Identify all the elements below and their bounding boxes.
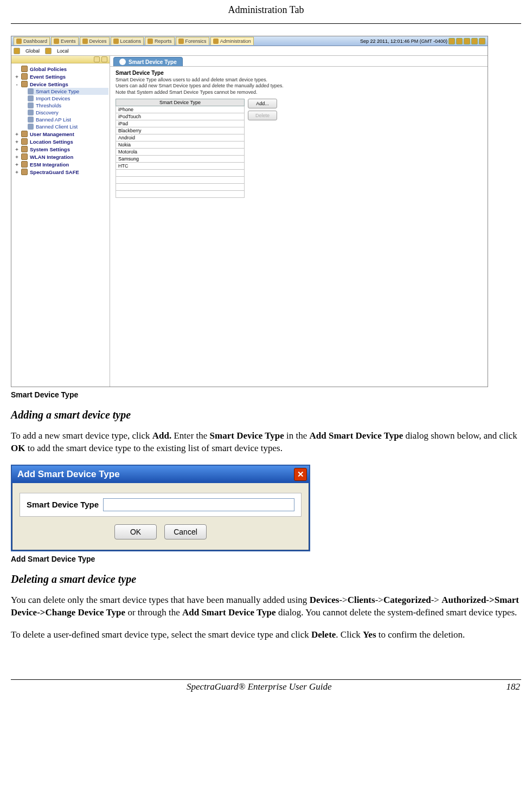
toolbar-icon-3[interactable]	[464, 38, 470, 44]
nav-device-settings-label: Device Settings	[30, 81, 68, 87]
nav-spectraguard-safe-label: SpectraGuard SAFE	[30, 169, 79, 175]
policies-icon	[21, 66, 28, 72]
nav-thresholds[interactable]: Thresholds	[28, 102, 108, 109]
cell-blackberry: Blackberry	[116, 127, 245, 134]
nav-location-settings[interactable]: +Location Settings	[12, 138, 108, 145]
add-dialog-screenshot: Add Smart Device Type ✕ Smart Device Typ…	[11, 465, 310, 551]
administration-icon	[213, 38, 219, 44]
table-row[interactable]: Nokia	[116, 141, 245, 148]
tab-reports[interactable]: Reports	[145, 37, 175, 45]
app-screenshot: Dashboard Events Devices Locations Repor…	[11, 36, 488, 387]
cell-ipodtouch: iPodTouch	[116, 113, 245, 120]
nav-event-settings-label: Event Settings	[30, 74, 66, 80]
cell-android: Android	[116, 134, 245, 141]
table-row[interactable]: HTC	[116, 162, 245, 169]
nav-banned-client-list[interactable]: Banned Client List	[28, 123, 108, 130]
para-bold: Devices	[310, 595, 339, 605]
nav-event-settings[interactable]: +Event Settings	[12, 73, 108, 80]
tab-dashboard[interactable]: Dashboard	[14, 37, 50, 45]
dialog-close-button[interactable]: ✕	[294, 468, 307, 481]
para-text: . Click	[336, 629, 363, 640]
dialog-field-label: Smart Device Type	[27, 500, 99, 509]
toolbar-icon-4[interactable]	[471, 38, 478, 44]
col-header[interactable]: Smart Device Type	[116, 99, 245, 106]
leaf-icon	[28, 110, 34, 115]
device-type-table[interactable]: Smart Device Type iPhone iPodTouch iPad …	[116, 99, 245, 198]
para-bold: Add Smart Device Type	[310, 430, 403, 441]
subbar-global[interactable]: Global	[25, 48, 40, 54]
footer-rule	[11, 679, 521, 680]
sidebar-toolbar	[11, 56, 110, 63]
page-header: Administration Tab	[11, 0, 521, 23]
nav-import-devices-label: Import Devices	[36, 95, 70, 101]
toolbar-icon-2[interactable]	[456, 38, 463, 44]
tab-dashboard-label: Dashboard	[23, 38, 47, 44]
dialog-ok-button[interactable]: OK	[114, 524, 157, 539]
nav-import-devices[interactable]: Import Devices	[28, 95, 108, 102]
nav-wlan-integration[interactable]: +WLAN Integration	[12, 153, 108, 160]
table-row	[116, 176, 245, 183]
table-row[interactable]: Android	[116, 134, 245, 141]
nav-discovery[interactable]: Discovery	[28, 109, 108, 116]
folder-icon	[45, 48, 52, 54]
tab-events[interactable]: Events	[51, 37, 79, 45]
dialog-cancel-button[interactable]: Cancel	[164, 524, 207, 539]
device-settings-icon	[21, 81, 28, 87]
locations-icon	[113, 38, 119, 44]
para-text: Enter the	[171, 430, 209, 441]
leaf-icon	[28, 102, 34, 108]
table-row[interactable]: Samsung	[116, 155, 245, 162]
tab-locations[interactable]: Locations	[111, 37, 144, 45]
screenshot1-caption: Smart Device Type	[11, 390, 521, 399]
globe-icon	[14, 48, 20, 54]
smart-device-type-input[interactable]	[103, 498, 294, 511]
nav-system-settings[interactable]: +System Settings	[12, 145, 108, 153]
nav-banned-ap-list-label: Banned AP List	[36, 117, 71, 123]
footer-title: SpectraGuard® Enterprise User Guide	[187, 682, 332, 692]
section-adding-heading: Adding a smart device type	[11, 409, 521, 421]
para-bold: Categorized	[383, 595, 431, 605]
nav-tree: Global Policies +Event Settings -Device …	[11, 63, 110, 177]
add-button[interactable]: Add...	[248, 99, 277, 108]
wlan-icon	[21, 153, 28, 160]
para-bold: Delete	[311, 629, 336, 640]
para-text: to confirm the deletion.	[376, 629, 465, 640]
para-text: ->	[375, 595, 383, 605]
tab-devices[interactable]: Devices	[80, 37, 110, 45]
nav-esm-integration-label: ESM Integration	[30, 162, 69, 168]
tab-forensics-label: Forensics	[185, 38, 207, 44]
cell-samsung: Samsung	[116, 155, 245, 162]
nav-spectraguard-safe[interactable]: +SpectraGuard SAFE	[12, 168, 108, 176]
tab-events-label: Events	[61, 38, 76, 44]
table-row[interactable]: Blackberry	[116, 127, 245, 134]
safe-icon	[21, 169, 28, 175]
tab-forensics[interactable]: Forensics	[176, 37, 209, 45]
subbar-local[interactable]: Local	[57, 48, 69, 54]
sidebar-tool-icon-1[interactable]	[94, 56, 100, 62]
nav-smart-device-type[interactable]: Smart Device Type	[28, 88, 108, 95]
toolbar-icon-5[interactable]	[479, 38, 485, 44]
para-text: dialog shown below, and click	[403, 430, 517, 441]
screenshot2-caption: Add Smart Device Type	[11, 555, 521, 563]
table-row[interactable]: iPhone	[116, 106, 245, 113]
cell-iphone: iPhone	[116, 106, 245, 113]
nav-esm-integration[interactable]: +ESM Integration	[12, 160, 108, 168]
nav-device-settings-children: Smart Device Type Import Devices Thresho…	[12, 88, 108, 130]
table-row[interactable]: iPodTouch	[116, 113, 245, 120]
nav-global-policies[interactable]: Global Policies	[12, 65, 108, 73]
table-row	[116, 190, 245, 197]
nav-user-management[interactable]: +User Management	[12, 130, 108, 138]
event-settings-icon	[21, 73, 28, 80]
nav-banned-ap-list[interactable]: Banned AP List	[28, 116, 108, 123]
sidebar-tool-icon-2[interactable]	[101, 56, 107, 62]
para-bold: Clients	[348, 595, 375, 605]
table-row[interactable]: Motorola	[116, 148, 245, 155]
page-footer: SpectraGuard® Enterprise User Guide 182	[11, 682, 521, 692]
panel-tab-smart-device-type[interactable]: Smart Device Type	[113, 57, 183, 66]
header-rule	[11, 23, 521, 24]
nav-device-settings[interactable]: -Device Settings	[12, 80, 108, 88]
tab-administration[interactable]: Administration	[210, 37, 254, 45]
table-row[interactable]: iPad	[116, 120, 245, 127]
para-text: To add a new smart device type, click	[11, 430, 152, 441]
toolbar-icon-1[interactable]	[448, 38, 455, 44]
